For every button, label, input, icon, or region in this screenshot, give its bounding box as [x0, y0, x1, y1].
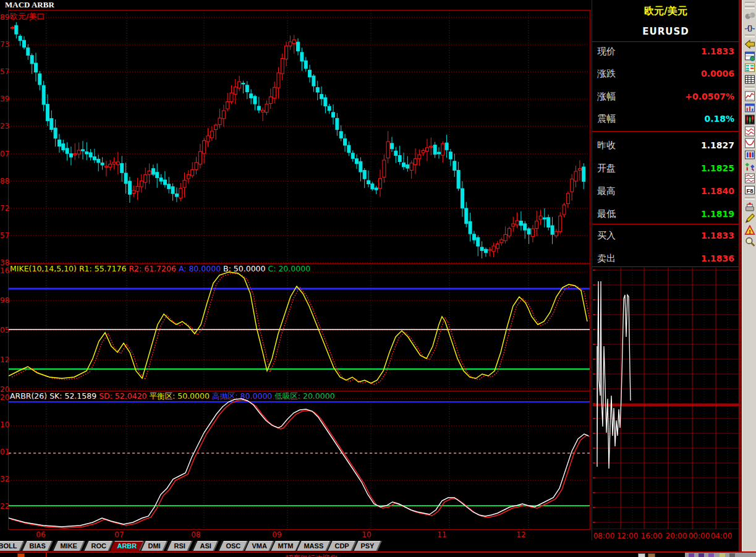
quote-value: 0.0006	[701, 69, 734, 79]
tab-osc[interactable]: OSC	[218, 541, 248, 551]
price-axis-label: 07	[0, 150, 8, 158]
back-arrow-icon[interactable]	[744, 39, 755, 49]
price-axis-label: 39	[0, 95, 8, 103]
toolbar-separator	[745, 6, 755, 9]
tab-rsi[interactable]: RSI	[166, 541, 192, 551]
tab-bias[interactable]: BIAS	[21, 541, 53, 551]
tab-asi[interactable]: ASI	[192, 541, 218, 551]
quote-label: 最高	[597, 185, 616, 197]
time-axis-label: 12	[512, 530, 530, 539]
svg-text:-{}-: -{}-	[744, 23, 755, 32]
tab-label: BIAS	[25, 541, 49, 550]
quote-separator	[592, 131, 739, 132]
price-axis-label: 38	[0, 258, 8, 267]
tab-boll[interactable]: BOLL	[0, 541, 25, 551]
brackets-icon[interactable]: -{}-	[744, 22, 755, 33]
svg-text:F8: F8	[746, 187, 754, 194]
quote-row-涨跌: 涨跌0.0006	[597, 68, 736, 80]
pencil-icon[interactable]	[744, 213, 755, 224]
tab-psy[interactable]: PSY	[352, 541, 381, 551]
quote-table-icon[interactable]	[744, 62, 755, 73]
quote-row-昨收: 昨收1.1827	[597, 140, 736, 152]
tab-dmi[interactable]: DMI	[140, 541, 168, 551]
binoculars-icon[interactable]	[744, 11, 755, 21]
quote-symbol: EURUSD	[592, 26, 739, 37]
arbr-axis-label: 22	[0, 502, 8, 511]
quote-label: 昨收	[597, 140, 616, 151]
status-divider	[46, 553, 47, 557]
toolbar-separator	[745, 87, 755, 89]
tray-icon-4[interactable]	[720, 553, 725, 557]
column-table-icon[interactable]	[744, 150, 755, 160]
quote-label: 涨跌	[597, 68, 616, 80]
svg-text:!: !	[749, 228, 750, 235]
candlestick-chart[interactable]	[11, 22, 585, 258]
price-axis-label: 23	[0, 122, 8, 130]
quote-row-开盘: 开盘1.1825	[597, 163, 736, 175]
f8-icon[interactable]: F8	[744, 185, 755, 195]
mike-axis-label: 20	[0, 385, 8, 394]
quote-separator	[592, 224, 739, 224]
indicator-tab-bar: BOLLBIASMIKEROCARBRDMIRSIASIOSCVMAMTMMAS…	[0, 540, 592, 551]
tray-icon-3[interactable]	[708, 553, 714, 557]
tab-arbr[interactable]: ARBR	[109, 541, 144, 551]
quote-value: 1.1819	[701, 209, 734, 219]
tray-icon-1[interactable]	[689, 553, 694, 557]
quote-panel: 欧元/美元 EURUSD	[592, 0, 739, 557]
quote-value: 1.1825	[701, 163, 734, 173]
tray-icon-2[interactable]	[699, 553, 704, 557]
candlestick-chart-icon[interactable]	[744, 114, 755, 125]
grid-table-icon[interactable]	[744, 74, 755, 85]
quote-value: 1.1833	[701, 231, 734, 240]
tab-mike[interactable]: MIKE	[52, 541, 85, 551]
quote-label: 涨幅	[597, 91, 616, 103]
tab-label: ASI	[195, 541, 215, 550]
price-axis-label: 72	[0, 204, 8, 213]
print-export-icon[interactable]	[744, 202, 755, 212]
price-axis-label: 73	[0, 40, 8, 49]
quote-row-卖出: 卖出1.1836	[597, 253, 736, 265]
quote-label: 震幅	[597, 113, 616, 125]
tray-icon-5[interactable]	[729, 553, 735, 557]
warning-icon[interactable]: !	[744, 225, 755, 236]
tab-label: MTM	[273, 541, 297, 550]
multi-line-chart-icon[interactable]	[744, 126, 755, 137]
quote-label: 最低	[597, 208, 616, 220]
quote-row-现价: 现价1.1833	[597, 46, 736, 58]
price-axis-label: 57	[0, 231, 8, 240]
arbr-indicator-chart[interactable]	[9, 399, 591, 528]
arbr-axis-label: 32	[0, 475, 8, 483]
time-axis-label: 07	[110, 530, 129, 539]
curve-chart-icon[interactable]	[744, 138, 755, 148]
quote-value: 1.1833	[701, 46, 734, 56]
scatter-arrows-icon[interactable]	[744, 161, 755, 172]
quote-label: 卖出	[597, 253, 616, 265]
quote-label: 现价	[597, 46, 616, 57]
status-icon	[17, 553, 25, 557]
dual-chart-icon[interactable]	[744, 173, 755, 184]
tab-label: PSY	[356, 541, 378, 550]
arbr-axis-label: 20	[0, 393, 8, 402]
taskbar-icon-window[interactable]	[638, 553, 645, 557]
mike-axis-label: 05	[0, 326, 8, 334]
tab-mass[interactable]: MASS	[295, 541, 331, 551]
line-chart-icon[interactable]	[744, 91, 755, 101]
quote-value: 1.1836	[701, 253, 734, 263]
mike-axis-label: 16	[0, 266, 8, 275]
taskbar-icon-bell[interactable]	[648, 553, 655, 557]
tab-cdp[interactable]: CDP	[326, 541, 356, 551]
right-toolbar: -{}-F8!	[742, 0, 756, 557]
toolbar-separator	[745, 35, 755, 37]
tab-label: RSI	[169, 541, 189, 550]
quote-separator	[592, 266, 739, 267]
price-axis-label: 88	[0, 177, 8, 185]
quote-row-最低: 最低1.1819	[597, 208, 736, 221]
report-table-icon[interactable]	[744, 51, 755, 61]
arbr-axis-label: 10	[0, 420, 8, 429]
scrolling-ticker-text: 招商银行欢迎您	[286, 553, 338, 557]
chart-window-icon[interactable]	[744, 103, 755, 113]
magnifier-icon[interactable]	[744, 237, 755, 247]
quote-label: 买入	[597, 230, 616, 242]
mike-indicator-chart[interactable]	[9, 272, 590, 385]
quote-value: 0.18%	[704, 114, 734, 124]
